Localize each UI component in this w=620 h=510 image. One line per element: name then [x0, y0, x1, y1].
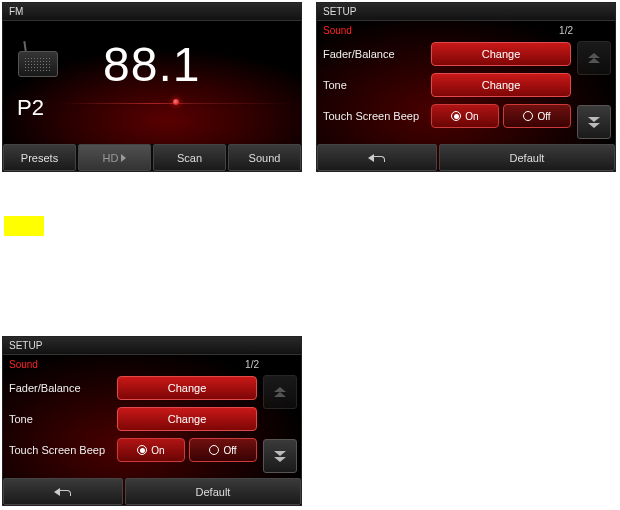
fader-change-button[interactable]: Change [431, 42, 571, 66]
fader-change-button[interactable]: Change [117, 376, 257, 400]
scroll-down-button[interactable] [263, 439, 297, 473]
beep-label: Touch Screen Beep [9, 444, 117, 456]
chevron-down-icon [588, 116, 600, 128]
preset-label: P2 [17, 95, 44, 121]
setup-panel-bottom: SETUP Sound 1/2 Fader/Balance Change Ton… [2, 336, 302, 506]
chevron-down-icon [274, 450, 286, 462]
setup-bottom-bar: Default [3, 478, 301, 505]
chevron-up-icon [274, 387, 286, 397]
setup-title: SETUP [3, 337, 301, 355]
back-button[interactable] [317, 144, 437, 171]
scroll-buttons [263, 375, 297, 473]
tone-label: Tone [323, 79, 431, 91]
beep-off-option[interactable]: Off [189, 438, 257, 462]
setup-rows: Fader/Balance Change Tone Change Touch S… [9, 375, 257, 463]
beep-on-label: On [465, 111, 478, 122]
sound-button[interactable]: Sound [228, 144, 301, 171]
row-tone: Tone Change [9, 406, 257, 432]
setup-section: Sound [323, 25, 352, 36]
back-icon [368, 153, 386, 163]
beep-on-label: On [151, 445, 164, 456]
radio-title: FM [3, 3, 301, 21]
radio-body: P2 88.1 [3, 21, 301, 146]
scroll-up-button[interactable] [263, 375, 297, 409]
scroll-buttons [577, 41, 611, 139]
radio-off-icon [523, 111, 533, 121]
tone-change-button[interactable]: Change [117, 407, 257, 431]
radio-bottom-bar: Presets HD Scan Sound [3, 144, 301, 171]
presets-label: Presets [21, 152, 58, 164]
setup-title: SETUP [317, 3, 615, 21]
beep-off-option[interactable]: Off [503, 104, 571, 128]
radio-off-icon [209, 445, 219, 455]
row-beep: Touch Screen Beep On Off [9, 437, 257, 463]
beep-on-option[interactable]: On [117, 438, 185, 462]
fader-label: Fader/Balance [323, 48, 431, 60]
row-tone: Tone Change [323, 72, 571, 98]
tone-label: Tone [9, 413, 117, 425]
beep-label: Touch Screen Beep [323, 110, 431, 122]
tuner-indicator [173, 99, 179, 105]
tone-change-label: Change [482, 79, 521, 91]
fader-label: Fader/Balance [9, 382, 117, 394]
chevron-up-icon [588, 53, 600, 63]
hd-label: HD [103, 152, 119, 164]
scroll-up-button[interactable] [577, 41, 611, 75]
back-button[interactable] [3, 478, 123, 505]
beep-on-option[interactable]: On [431, 104, 499, 128]
hd-button[interactable]: HD [78, 144, 151, 171]
setup-rows: Fader/Balance Change Tone Change Touch S… [323, 41, 571, 129]
highlight-block [4, 216, 44, 236]
radio-on-icon [451, 111, 461, 121]
default-label: Default [196, 486, 231, 498]
presets-button[interactable]: Presets [3, 144, 76, 171]
scan-button[interactable]: Scan [153, 144, 226, 171]
row-beep: Touch Screen Beep On Off [323, 103, 571, 129]
fader-change-label: Change [168, 382, 207, 394]
page-indicator: 1/2 [245, 359, 259, 370]
setup-panel-top: SETUP Sound 1/2 Fader/Balance Change Ton… [316, 2, 616, 172]
beep-off-label: Off [537, 111, 550, 122]
scroll-down-button[interactable] [577, 105, 611, 139]
sound-label: Sound [249, 152, 281, 164]
scan-label: Scan [177, 152, 202, 164]
radio-panel: FM P2 88.1 Presets HD Scan Sound [2, 2, 302, 172]
radio-icon [18, 45, 58, 79]
frequency-display: 88.1 [103, 37, 200, 92]
beep-toggle: On Off [117, 438, 257, 462]
beep-toggle: On Off [431, 104, 571, 128]
beep-off-label: Off [223, 445, 236, 456]
tone-change-label: Change [168, 413, 207, 425]
default-button[interactable]: Default [125, 478, 301, 505]
row-fader: Fader/Balance Change [9, 375, 257, 401]
fader-change-label: Change [482, 48, 521, 60]
page-indicator: 1/2 [559, 25, 573, 36]
setup-section: Sound [9, 359, 38, 370]
radio-on-icon [137, 445, 147, 455]
row-fader: Fader/Balance Change [323, 41, 571, 67]
default-button[interactable]: Default [439, 144, 615, 171]
setup-bottom-bar: Default [317, 144, 615, 171]
tone-change-button[interactable]: Change [431, 73, 571, 97]
default-label: Default [510, 152, 545, 164]
play-icon [121, 154, 126, 162]
back-icon [54, 487, 72, 497]
